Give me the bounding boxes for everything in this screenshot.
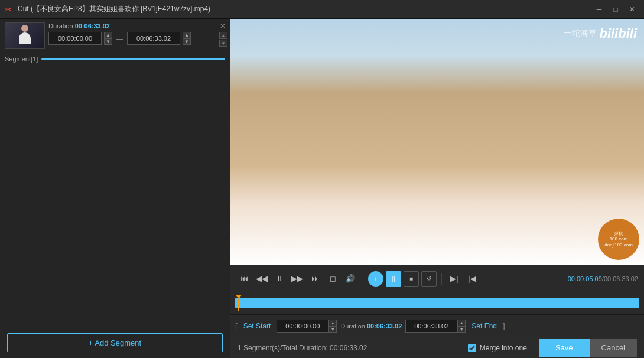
speed-toggle-button[interactable]: || xyxy=(386,271,401,287)
end-time-up[interactable]: ▲ xyxy=(457,320,466,326)
set-start-button[interactable]: Set Start xyxy=(241,322,274,330)
start-down-btn[interactable]: ▼ xyxy=(104,38,112,45)
title-bar: ✂ Cut (【不良女高EP8】其实姐姐喜欢你 [BV1jE421w7zv].m… xyxy=(0,0,644,19)
thumbnail-image xyxy=(5,23,44,48)
watermark-text: 一坨海草 xyxy=(564,28,597,39)
segment-progress-fill xyxy=(41,58,225,60)
start-time-field[interactable] xyxy=(277,320,328,333)
segment-label: Segment[1] xyxy=(5,56,38,63)
timeline-track[interactable] xyxy=(235,298,639,308)
status-text: 1 Segment(s)/Total Duration: 00:06:33.02 xyxy=(238,344,468,352)
start-time-up[interactable]: ▲ xyxy=(328,320,337,326)
merge-label[interactable]: Merge into one xyxy=(480,344,527,352)
duration-val: 00:06:33.02 xyxy=(367,323,402,330)
segment-close-button[interactable]: ✕ xyxy=(218,21,227,31)
segment-info: Duration:00:06:33.02 ▲ ▼ — ▲ ▼ xyxy=(45,22,225,45)
video-placeholder: 一坨海草 bilibili 弹机 100.com danji100.com xyxy=(230,19,644,265)
cancel-button[interactable]: Cancel xyxy=(590,339,637,357)
total-time: 00:06:33.02 xyxy=(604,275,638,282)
step-back-button[interactable]: ◀◀ xyxy=(254,271,269,287)
scroll-up-btn[interactable]: ▲ xyxy=(219,32,227,39)
bracket-close: ] xyxy=(503,321,505,330)
watermark-logo: bilibili xyxy=(599,26,637,41)
maximize-button[interactable]: □ xyxy=(609,4,623,15)
thumb-head xyxy=(21,25,28,32)
timeline-playhead[interactable] xyxy=(236,295,242,311)
minimize-button[interactable]: ─ xyxy=(592,4,606,15)
start-time-down[interactable]: ▼ xyxy=(328,326,337,333)
end-time-field[interactable] xyxy=(405,320,457,333)
start-time-spinner: ▲ ▼ xyxy=(104,32,112,45)
add-clip-button[interactable]: + xyxy=(368,271,383,287)
duration-prefix: Duration: xyxy=(48,22,75,30)
save-button[interactable]: Save xyxy=(539,339,590,357)
time-separator: — xyxy=(116,34,123,43)
step-forward-button[interactable]: ▶▶ xyxy=(290,271,305,287)
set-end-button[interactable]: Set End xyxy=(469,322,499,330)
add-segment-area: + Add Segment xyxy=(0,328,230,358)
current-time-display: 00:00:05.09/00:06:33.02 xyxy=(568,275,638,282)
segment-progress-bar xyxy=(41,58,225,60)
watermark: 一坨海草 bilibili xyxy=(564,26,637,41)
close-button[interactable]: ✕ xyxy=(625,4,639,15)
loop-button[interactable]: ↺ xyxy=(421,271,437,287)
end-up-btn[interactable]: ▲ xyxy=(183,32,191,38)
ctrl-divider-1 xyxy=(363,273,363,285)
action-buttons: Save Cancel xyxy=(539,339,637,357)
add-segment-button[interactable]: + Add Segment xyxy=(7,333,223,352)
start-time-spin: ▲ ▼ xyxy=(328,320,337,333)
playhead-triangle xyxy=(236,295,242,299)
left-spacer xyxy=(0,64,230,328)
end-time-down[interactable]: ▼ xyxy=(457,326,466,333)
start-time-field-container: ▲ ▼ xyxy=(277,320,337,333)
segment-end-input[interactable] xyxy=(127,32,180,45)
end-time-spin: ▲ ▼ xyxy=(457,320,466,333)
duration-label: Duration:00:06:33.02 xyxy=(48,22,222,30)
mark-out-button[interactable]: |◀ xyxy=(464,271,480,287)
segment-start-input[interactable] xyxy=(48,32,102,45)
end-time-spinner: ▲ ▼ xyxy=(183,32,191,45)
window-title: Cut (【不良女高EP8】其实姐姐喜欢你 [BV1jE421w7zv].mp4… xyxy=(18,4,592,14)
badge-line3: danji100.com xyxy=(604,242,633,248)
thumbnail-person xyxy=(16,25,34,47)
duration-value: 00:06:33.02 xyxy=(75,22,110,30)
badge-line1: 弹机 xyxy=(614,231,623,237)
segment-scroll-btns: ▲ ▼ xyxy=(219,32,227,47)
scroll-down-btn[interactable]: ▼ xyxy=(219,40,227,47)
status-bar: 1 Segment(s)/Total Duration: 00:06:33.02… xyxy=(230,337,644,358)
volume-button[interactable]: 🔊 xyxy=(343,271,358,287)
end-time-field-container: ▲ ▼ xyxy=(405,320,466,333)
app-icon: ✂ xyxy=(5,5,14,14)
site-badge: 弹机 100.com danji100.com xyxy=(598,219,639,260)
skip-to-end-button[interactable]: ⏭ xyxy=(307,271,323,287)
left-panel: Duration:00:06:33.02 ▲ ▼ — ▲ ▼ ✕ xyxy=(0,19,230,358)
crop-button[interactable]: ◻ xyxy=(325,271,340,287)
timeline-area[interactable] xyxy=(230,292,644,314)
skip-to-start-button[interactable]: ⏮ xyxy=(236,271,252,287)
mark-in-button[interactable]: ▶| xyxy=(447,271,462,287)
duration-prefix-label: Duration:00:06:33.02 xyxy=(340,323,402,330)
segment-label-track: Segment[1] xyxy=(0,53,230,64)
segment-thumbnail xyxy=(5,22,45,49)
merge-checkbox[interactable] xyxy=(468,344,476,352)
playhead-line xyxy=(238,299,239,311)
bottom-controls: [ Set Start ▲ ▼ Duration:00:06:33.02 ▲ ▼… xyxy=(230,314,644,337)
main-layout: Duration:00:06:33.02 ▲ ▼ — ▲ ▼ ✕ xyxy=(0,19,644,358)
thumb-body xyxy=(19,32,31,44)
segment-time-row: ▲ ▼ — ▲ ▼ xyxy=(48,32,222,45)
segment-item: Duration:00:06:33.02 ▲ ▼ — ▲ ▼ ✕ xyxy=(0,19,230,53)
badge-line2: 100.com xyxy=(610,236,628,242)
start-up-btn[interactable]: ▲ xyxy=(104,32,112,38)
current-time: 00:00:05.09 xyxy=(568,275,602,282)
stop-button[interactable]: ■ xyxy=(404,271,419,287)
pause-button[interactable]: ⏸ xyxy=(272,271,287,287)
bracket-open: [ xyxy=(235,321,238,330)
timeline-fill xyxy=(235,298,639,308)
ctrl-divider-2 xyxy=(441,273,442,285)
merge-checkbox-area: Merge into one xyxy=(468,344,527,352)
window-controls: ─ □ ✕ xyxy=(592,4,639,15)
controls-bar: ⏮ ◀◀ ⏸ ▶▶ ⏭ ◻ 🔊 + || ■ ↺ ▶| |◀ 00:00:05.… xyxy=(230,265,644,292)
right-panel: 一坨海草 bilibili 弹机 100.com danji100.com ⏮ … xyxy=(230,19,644,358)
video-frame xyxy=(230,19,644,265)
end-down-btn[interactable]: ▼ xyxy=(183,38,191,45)
